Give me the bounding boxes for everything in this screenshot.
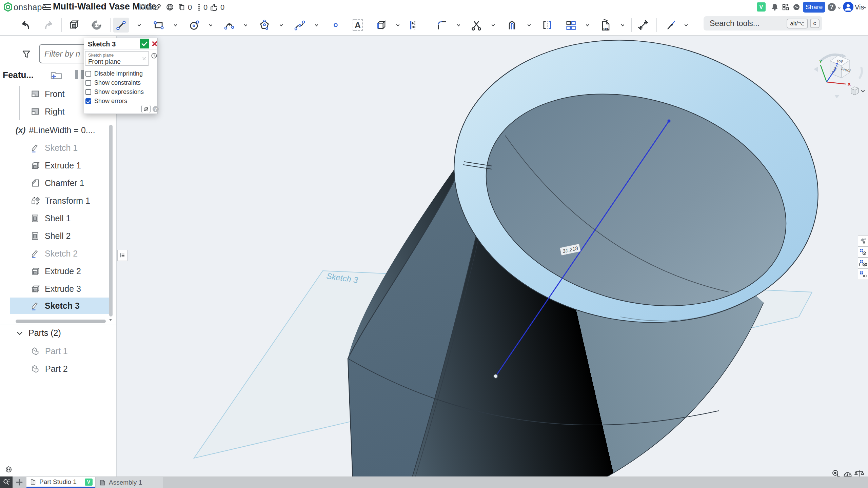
feature-item-sketch1[interactable]: Sketch 1: [14, 139, 108, 157]
line-tool-icon[interactable]: [113, 18, 129, 33]
text-tool-icon[interactable]: A: [350, 18, 366, 33]
vertical-scrollbar[interactable]: [109, 125, 113, 317]
feature-item-sketch2[interactable]: Sketch 2: [14, 245, 108, 262]
scroll-down-arrow-icon[interactable]: [107, 317, 114, 323]
import-dxf-tool-icon[interactable]: DXF: [598, 18, 613, 33]
rectangle-tool-caret-icon[interactable]: [172, 18, 179, 33]
dialog-cancel-button[interactable]: [150, 39, 158, 48]
named-positions-panel-tab[interactable]: [858, 258, 868, 269]
part-item-1[interactable]: Part 1: [14, 342, 108, 360]
circle-tool-caret-icon[interactable]: [207, 18, 214, 33]
spline-tool-icon[interactable]: [292, 18, 308, 33]
feature-item-extrude1[interactable]: Extrude 1: [14, 157, 108, 174]
arc-tool-icon[interactable]: [221, 18, 237, 33]
3d-viewport[interactable]: Sketch 3 31.218: [117, 36, 868, 477]
feature-item-shell2[interactable]: Shell 2: [14, 227, 108, 245]
rectangle-tool-icon[interactable]: [151, 18, 166, 33]
extrude-tool-icon[interactable]: [66, 18, 82, 33]
search-tabs-button[interactable]: [0, 476, 13, 488]
feature-item-variable[interactable]: (x) #LineWidth = 0....: [14, 121, 108, 139]
feature-item-sketch3-selected[interactable]: Sketch 3: [10, 298, 109, 314]
sketch-settings-icon[interactable]: [141, 105, 151, 113]
sketch-line-endpoint[interactable]: [668, 120, 671, 123]
search-tools[interactable]: Search tools... alt/⌥ c: [704, 16, 822, 30]
sketch-origin-point[interactable]: [494, 374, 498, 378]
revolve-tool-icon[interactable]: [89, 18, 104, 33]
constraint-tool-icon[interactable]: [663, 18, 678, 33]
dialog-option[interactable]: Show expressions: [85, 88, 157, 96]
rotate-down-arrow-icon[interactable]: [834, 95, 840, 98]
part-item-2[interactable]: Part 2: [14, 360, 108, 378]
offset-curve-caret-icon[interactable]: [526, 18, 532, 33]
milestones-icon[interactable]: [195, 3, 203, 12]
checkbox[interactable]: [85, 71, 91, 77]
arc-tool-caret-icon[interactable]: [242, 18, 249, 33]
checkbox[interactable]: [85, 98, 91, 104]
brand-name[interactable]: onshape: [14, 2, 47, 12]
view-options-caret-icon[interactable]: [861, 90, 865, 92]
feature-item-shell1[interactable]: Shell 1: [14, 209, 108, 227]
apps-grid-icon[interactable]: [781, 3, 790, 12]
dialog-option[interactable]: Show constraints: [85, 79, 157, 87]
checkbox[interactable]: [85, 89, 91, 95]
point-tool-icon[interactable]: [328, 18, 343, 33]
create-folder-icon[interactable]: [50, 69, 63, 80]
parts-header[interactable]: Parts (2): [28, 328, 61, 338]
appearance-panel-tab[interactable]: [858, 235, 868, 246]
use-tool-caret-icon[interactable]: [394, 18, 401, 33]
onshape-logo-icon[interactable]: [3, 2, 13, 12]
checkbox[interactable]: [85, 80, 91, 86]
dialog-option[interactable]: Disable imprinting: [85, 69, 157, 78]
offset-curve-tool-icon[interactable]: [504, 18, 520, 33]
constraint-caret-icon[interactable]: [683, 18, 689, 33]
link-icon[interactable]: [153, 3, 162, 12]
share-button[interactable]: Share: [803, 2, 825, 13]
feature-item-extrude2[interactable]: Extrude 2: [14, 262, 108, 280]
dialog-option[interactable]: Show errors: [85, 97, 157, 105]
tab-part-studio-1[interactable]: Part Studio 1 V: [26, 477, 95, 488]
add-tab-button[interactable]: [15, 478, 24, 487]
use-convert-tool-icon[interactable]: [373, 18, 389, 33]
horizontal-scrollbar[interactable]: [16, 320, 106, 323]
feature-item-transform1[interactable]: Transform 1: [14, 192, 108, 209]
undo-button[interactable]: [17, 18, 33, 33]
feature-item-chamfer1[interactable]: Chamfer 1: [14, 174, 108, 192]
like-icon[interactable]: [210, 3, 218, 12]
dialog-confirm-button[interactable]: [140, 39, 149, 48]
trim-tool-icon[interactable]: [469, 18, 484, 33]
feature-item-extrude3[interactable]: Extrude 3: [14, 280, 108, 298]
dxf-tool-caret-icon[interactable]: [619, 18, 626, 33]
view-cube[interactable]: Top Left Front Y Z X: [813, 47, 868, 101]
learning-center-icon[interactable]: [792, 3, 801, 12]
pattern-tool-caret-icon[interactable]: [584, 18, 591, 33]
copies-icon[interactable]: [177, 3, 186, 12]
line-tool-caret-icon[interactable]: [136, 18, 142, 33]
offset-line-tool-icon[interactable]: [405, 18, 420, 33]
parts-chevron-icon[interactable]: [16, 329, 24, 338]
circle-tool-icon[interactable]: [186, 18, 202, 33]
mirror-tool-icon[interactable]: [539, 18, 555, 33]
rotate-left-arrow-icon[interactable]: [814, 67, 818, 72]
clear-selection-icon[interactable]: [142, 56, 146, 61]
deferred-clock-icon[interactable]: [151, 52, 158, 59]
avatar[interactable]: [843, 2, 853, 12]
dimension-tool-icon[interactable]: [635, 18, 651, 33]
spline-tool-caret-icon[interactable]: [313, 18, 320, 33]
filter-icon[interactable]: [21, 49, 32, 59]
polygon-tool-caret-icon[interactable]: [278, 18, 284, 33]
fillet-tool-icon[interactable]: [434, 18, 450, 33]
notifications-bell-icon[interactable]: [770, 3, 779, 12]
rollback-bars-icon[interactable]: [81, 70, 84, 79]
feature-list-flyout-button[interactable]: [117, 250, 127, 261]
dialog-help-icon[interactable]: ?: [153, 106, 159, 112]
sheet-metal-panel-tab[interactable]: [858, 246, 868, 258]
fillet-tool-caret-icon[interactable]: [455, 18, 462, 33]
redo-button[interactable]: [41, 18, 57, 33]
help-caret-icon[interactable]: [837, 6, 842, 9]
rollback-bars-icon[interactable]: [75, 70, 78, 79]
help-icon[interactable]: ?: [828, 3, 836, 11]
polygon-tool-icon[interactable]: [257, 18, 272, 33]
trim-tool-caret-icon[interactable]: [490, 18, 496, 33]
rotate-arrow-icon[interactable]: [859, 67, 862, 79]
version-badge[interactable]: V: [757, 2, 766, 12]
